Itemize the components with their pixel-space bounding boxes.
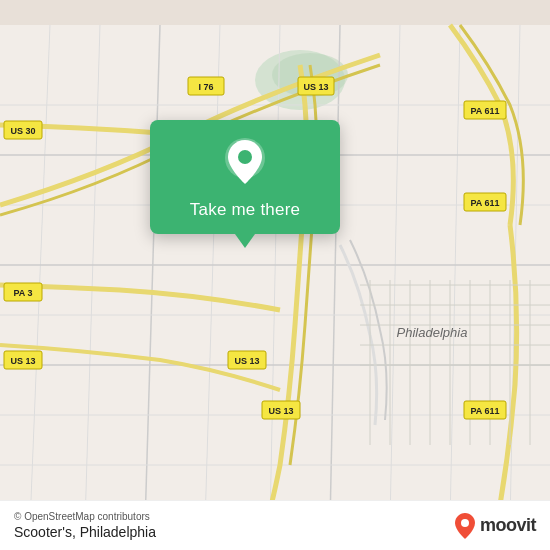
svg-text:US 13: US 13 [268, 406, 293, 416]
moovit-logo: moovit [454, 512, 536, 540]
svg-text:US 30: US 30 [10, 126, 35, 136]
svg-text:PA 611: PA 611 [470, 406, 499, 416]
bottom-bar: © OpenStreetMap contributors Scooter's, … [0, 500, 550, 550]
location-pin-icon [219, 138, 271, 190]
svg-text:PA 611: PA 611 [470, 198, 499, 208]
svg-text:Philadelphia: Philadelphia [397, 325, 468, 340]
bottom-left-info: © OpenStreetMap contributors Scooter's, … [14, 511, 156, 540]
map-background: I 76 US 13 US 30 PA 611 PA 611 PA 3 US 1… [0, 0, 550, 550]
place-name: Scooter's, Philadelphia [14, 524, 156, 540]
svg-point-57 [461, 519, 469, 527]
svg-text:PA 3: PA 3 [13, 288, 32, 298]
svg-text:I 76: I 76 [198, 82, 213, 92]
map-container: I 76 US 13 US 30 PA 611 PA 611 PA 3 US 1… [0, 0, 550, 550]
svg-text:US 13: US 13 [234, 356, 259, 366]
svg-text:US 13: US 13 [303, 82, 328, 92]
take-me-there-button[interactable]: Take me there [190, 200, 300, 220]
moovit-brand-text: moovit [480, 515, 536, 536]
popup-card: Take me there [150, 120, 340, 234]
moovit-pin-icon [454, 512, 476, 540]
osm-credit: © OpenStreetMap contributors [14, 511, 156, 522]
svg-text:US 13: US 13 [10, 356, 35, 366]
svg-point-56 [238, 150, 252, 164]
svg-text:PA 611: PA 611 [470, 106, 499, 116]
